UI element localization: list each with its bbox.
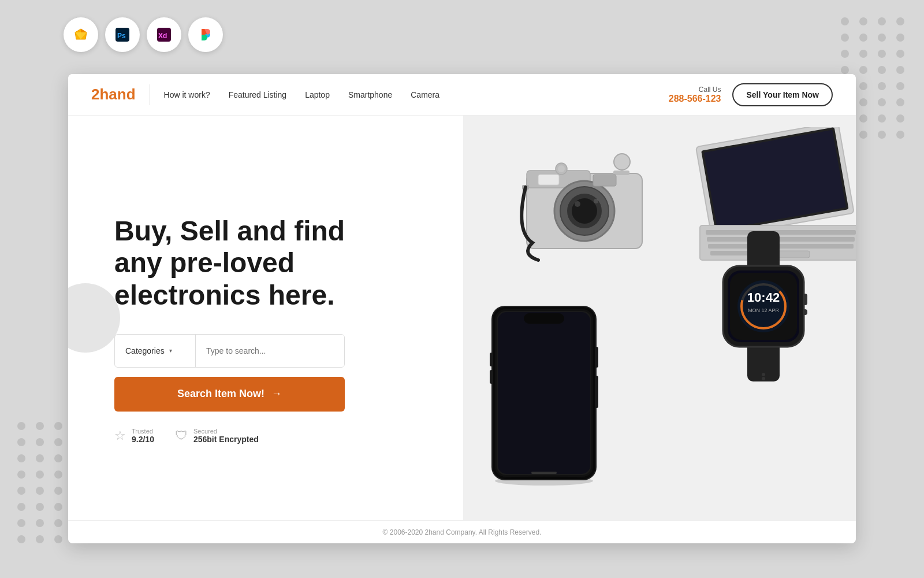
- search-button-label: Search Item Now!: [177, 388, 264, 400]
- hero-title: Buy, Sell and find any pre-loved electro…: [114, 215, 345, 311]
- svg-rect-54: [595, 376, 598, 408]
- footer: © 2006-2020 2hand Company. All Rights Re…: [68, 520, 856, 543]
- svg-text:Xd: Xd: [158, 32, 167, 40]
- svg-rect-45: [803, 309, 807, 315]
- nav-item-smartphone[interactable]: Smartphone: [348, 90, 392, 100]
- svg-point-16: [575, 201, 580, 207]
- categories-dropdown[interactable]: Categories ▾: [115, 335, 196, 367]
- svg-rect-55: [490, 353, 493, 366]
- copyright-text: © 2006-2020 2hand Company. All Rights Re…: [383, 528, 542, 536]
- main-card: 2hand How it work? Featured Listing Lapt…: [68, 74, 856, 543]
- hero-section: Buy, Sell and find any pre-loved electro…: [68, 116, 856, 520]
- decorative-shape: [68, 283, 120, 353]
- nav-links: How it work? Featured Listing Laptop Sma…: [164, 90, 669, 100]
- svg-text:MON 12 APR: MON 12 APR: [748, 307, 780, 313]
- svg-text:10:42: 10:42: [747, 290, 780, 305]
- nav-item-how[interactable]: How it work?: [164, 90, 210, 100]
- trusted-label: Trusted: [132, 428, 154, 435]
- shield-icon: 🛡: [175, 428, 188, 443]
- nav-item-featured[interactable]: Featured Listing: [229, 90, 286, 100]
- logo-accent: 2: [91, 86, 99, 103]
- hero-image: 10:42 MON 12 APR: [463, 116, 856, 520]
- star-icon: ☆: [114, 428, 126, 443]
- trust-badges: ☆ Trusted 9.2/10 🛡 Secured 256bit Encryp…: [114, 428, 345, 444]
- svg-point-23: [558, 165, 565, 172]
- call-us-label: Call Us: [669, 86, 721, 94]
- svg-point-47: [762, 373, 765, 376]
- svg-point-24: [594, 199, 598, 203]
- secured-label: Secured: [193, 428, 259, 435]
- trusted-badge: ☆ Trusted 9.2/10: [114, 428, 154, 444]
- svg-point-46: [762, 377, 765, 380]
- search-button[interactable]: Search Item Now! →: [114, 377, 345, 412]
- svg-rect-56: [490, 370, 493, 384]
- nav-link-camera[interactable]: Camera: [411, 90, 439, 99]
- svg-text:Ps: Ps: [117, 32, 126, 40]
- xd-icon[interactable]: Xd: [147, 17, 181, 52]
- electronics-scene: 10:42 MON 12 APR: [463, 116, 856, 520]
- logo-text: hand: [99, 86, 135, 103]
- nav-item-laptop[interactable]: Laptop: [305, 90, 330, 100]
- nav-link-how[interactable]: How it work?: [164, 90, 210, 99]
- call-us: Call Us 288-566-123: [669, 86, 721, 104]
- svg-point-58: [495, 476, 593, 486]
- logo[interactable]: 2hand: [91, 86, 136, 103]
- search-button-arrow: →: [271, 388, 282, 400]
- svg-rect-19: [593, 175, 616, 186]
- hero-title-line2: any pre-loved: [114, 247, 295, 278]
- sketch-icon[interactable]: [64, 17, 98, 52]
- camera-illustration: [509, 139, 660, 266]
- svg-rect-44: [803, 294, 807, 305]
- nav-item-camera[interactable]: Camera: [411, 90, 439, 100]
- search-input[interactable]: [196, 335, 344, 367]
- toolbar: Ps Xd: [64, 17, 223, 52]
- trusted-value: 9.2/10: [132, 435, 154, 444]
- svg-rect-52: [524, 313, 564, 324]
- hero-title-line1: Buy, Sell and find: [114, 216, 345, 246]
- nav-right: Call Us 288-566-123 Sell Your Item Now: [669, 83, 833, 106]
- hero-content: Buy, Sell and find any pre-loved electro…: [114, 215, 345, 444]
- svg-point-39: [737, 280, 789, 332]
- navbar: 2hand How it work? Featured Listing Lapt…: [68, 74, 856, 116]
- categories-label: Categories: [125, 346, 165, 355]
- secured-value: 256bit Encrypted: [193, 435, 259, 444]
- svg-rect-21: [538, 175, 559, 185]
- nav-link-featured[interactable]: Featured Listing: [229, 90, 286, 99]
- chevron-down-icon: ▾: [169, 347, 172, 354]
- svg-rect-57: [531, 472, 557, 474]
- nav-link-smartphone[interactable]: Smartphone: [348, 90, 392, 99]
- watch-illustration: 10:42 MON 12 APR: [706, 231, 821, 381]
- svg-rect-18: [613, 171, 629, 175]
- call-us-number: 288-566-123: [669, 94, 721, 104]
- secured-info: Secured 256bit Encrypted: [193, 428, 259, 444]
- phone-illustration: [486, 301, 602, 486]
- secured-badge: 🛡 Secured 256bit Encrypted: [175, 428, 259, 444]
- svg-rect-53: [595, 347, 598, 368]
- hero-title-line3: electronics here.: [114, 280, 335, 310]
- trusted-info: Trusted 9.2/10: [132, 428, 154, 444]
- nav-link-laptop[interactable]: Laptop: [305, 90, 330, 99]
- svg-point-17: [614, 154, 630, 170]
- sell-button[interactable]: Sell Your Item Now: [732, 83, 833, 106]
- nav-divider: [150, 84, 150, 105]
- figma-icon[interactable]: [188, 17, 223, 52]
- svg-rect-51: [498, 312, 590, 474]
- photoshop-icon[interactable]: Ps: [105, 17, 140, 52]
- search-bar: Categories ▾: [114, 334, 345, 368]
